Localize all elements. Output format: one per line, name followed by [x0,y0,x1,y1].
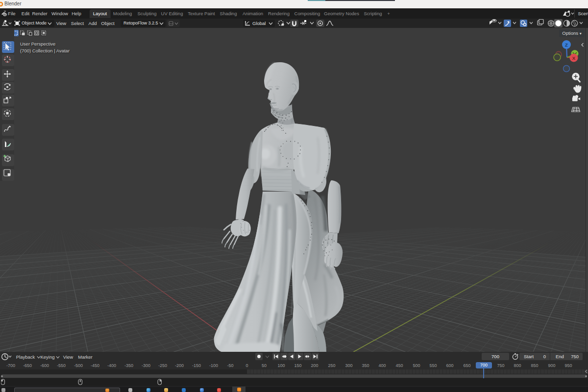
svg-text:Z: Z [565,42,568,48]
svg-text:X: X [572,55,576,61]
